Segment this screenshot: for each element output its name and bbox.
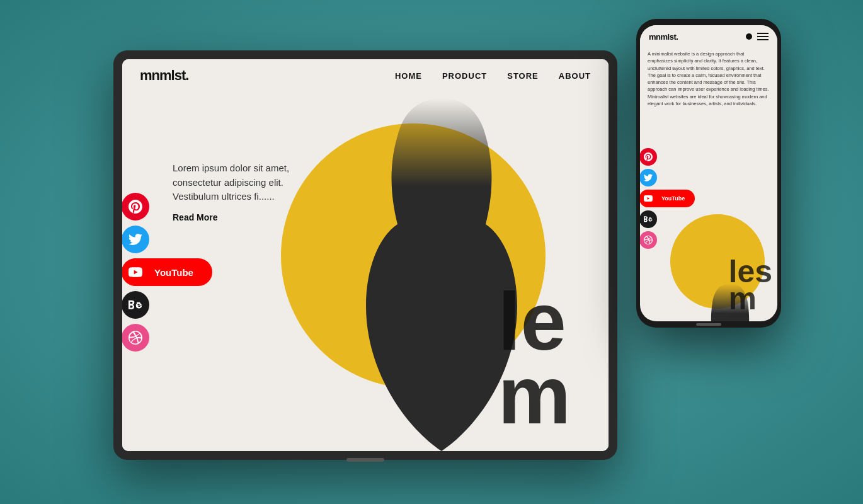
twitter-circle [122,226,149,253]
phone-social-behance[interactable] [640,210,695,228]
hero-big-text-line1: le [498,285,571,358]
tablet-device: mnmlst. HOME PRODUCT STORE ABOUT le m [113,50,617,460]
pinterest-circle [122,193,149,220]
dribbble-circle [122,324,149,352]
nav-about[interactable]: ABOUT [559,71,591,81]
phone-dot [746,33,752,40]
tablet-social-pinterest[interactable] [122,193,212,220]
nav-product[interactable]: PRODUCT [442,71,487,81]
tablet-social-twitter[interactable] [122,226,212,253]
tablet-social-youtube[interactable]: YouTube [122,258,212,286]
phone-social-icons: YouTube [640,148,695,249]
tablet-home-indicator [346,458,384,462]
behance-circle [122,291,149,319]
tablet-nav-links: HOME PRODUCT STORE ABOUT [395,71,591,81]
scene: mnmlst. HOME PRODUCT STORE ABOUT le m [0,0,863,504]
tablet-social-dribbble[interactable] [122,324,212,352]
tablet-nav: mnmlst. HOME PRODUCT STORE ABOUT [122,59,609,92]
ph-behance-circle [640,210,657,228]
ph-pinterest-circle [640,148,657,166]
phone-status-bar: mnmlst. [640,25,777,48]
ph-twitter-circle [640,169,657,186]
phone-social-twitter[interactable] [640,169,695,186]
ph-youtube-label: YouTube [659,195,690,202]
ph-youtube-circle [640,190,657,207]
phone-social-youtube[interactable]: YouTube [640,190,695,207]
tablet-hero: le m Lorem ipsum dolor sit amet, consect… [122,92,609,451]
youtube-label: YouTube [149,267,203,278]
tablet-social-icons: YouTube [122,193,212,352]
phone-big-text: les m [728,258,772,312]
hero-big-text: le m [498,285,571,432]
phone-menu-icon[interactable] [757,33,769,40]
hero-big-text-line2: m [498,358,571,432]
phone-social-dribbble[interactable] [640,231,695,249]
phone-device: mnmlst. A minimalist website is a design… [636,19,781,328]
tablet-social-behance[interactable] [122,291,212,319]
phone-body-text: A minimalist website is a design approac… [648,50,770,107]
phone-screen: mnmlst. A minimalist website is a design… [640,25,777,321]
phone-logo: mnmlst. [649,32,678,42]
nav-store[interactable]: STORE [507,71,539,81]
phone-home-indicator [696,323,721,326]
phone-social-pinterest[interactable] [640,148,695,166]
ph-dribbble-circle [640,231,657,249]
tablet-logo: mnmlst. [140,67,188,84]
tablet-screen: mnmlst. HOME PRODUCT STORE ABOUT le m [122,59,609,451]
nav-home[interactable]: HOME [395,71,422,81]
youtube-circle [122,258,149,286]
